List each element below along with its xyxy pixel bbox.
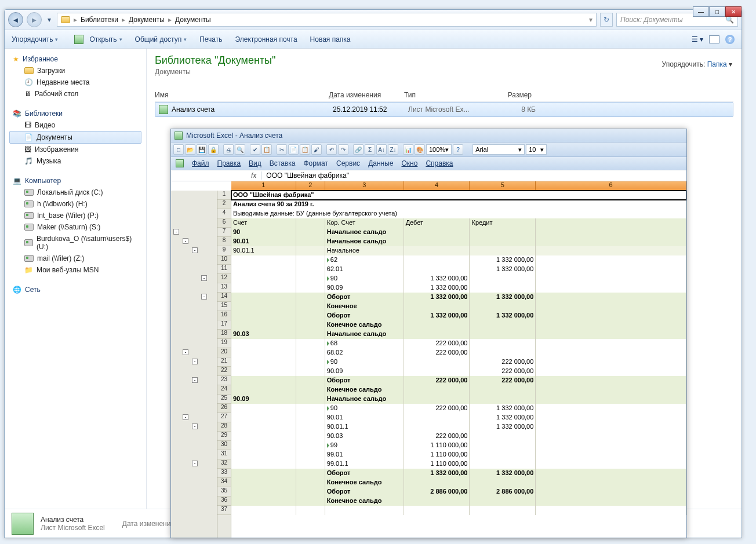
excel-menubar: Файл Правка Вид Вставка Формат Сервис Да…	[171, 157, 686, 170]
nav-drive-p[interactable]: Int_base (\\filer) (P:)	[7, 210, 144, 221]
cells-area[interactable]: ООО "Швейная фабрика"Анализ счета 90 за …	[231, 191, 686, 538]
address-bar: ◄ ► ▾ ▸ Библиотеки▸ Документы▸ Документы…	[5, 10, 742, 30]
col-type[interactable]: Тип	[404, 91, 485, 99]
nav-drive-h[interactable]: h (\\dbwork) (H:)	[7, 198, 144, 210]
nav-drive-s[interactable]: Maker (\\Saturn) (S:)	[7, 221, 144, 233]
col-date[interactable]: Дата изменения	[329, 91, 404, 99]
menu-file[interactable]: Файл	[192, 159, 209, 167]
sortdesc-icon[interactable]: Z↓	[388, 144, 398, 155]
fx-icon[interactable]: fx	[246, 171, 261, 180]
forward-button[interactable]: ►	[27, 12, 42, 27]
redo-icon[interactable]: ↷	[338, 144, 348, 155]
menu-format[interactable]: Формат	[303, 159, 328, 167]
copy-icon[interactable]: 📄	[288, 144, 299, 155]
menu-window[interactable]: Окно	[401, 159, 417, 167]
nav-computer[interactable]: 💻Компьютер	[7, 175, 144, 187]
print-button[interactable]: Печать	[199, 35, 222, 43]
nav-drive-c[interactable]: Локальный диск (C:)	[7, 187, 144, 198]
print-icon[interactable]: 🖨	[223, 144, 234, 155]
maximize-button[interactable]: □	[709, 6, 725, 17]
column-headers[interactable]: Имя Дата изменения Тип Размер	[155, 89, 733, 102]
file-name: Анализ счета	[172, 105, 333, 114]
drive-icon	[24, 200, 34, 207]
excel-title: Microsoft Excel - Анализ счета	[186, 132, 282, 140]
organize-button[interactable]: Упорядочить	[12, 35, 58, 43]
nav-msn[interactable]: 📁Мои веб-узлы MSN	[7, 264, 144, 276]
menu-view[interactable]: Вид	[249, 159, 261, 167]
research-icon[interactable]: 📋	[261, 144, 272, 155]
formatpainter-icon[interactable]: 🖌	[311, 144, 322, 155]
formula-bar: fx ООО "Швейная фабрика"	[171, 170, 686, 181]
file-row[interactable]: Анализ счета 25.12.2019 11:52 Лист Micro…	[155, 102, 733, 117]
history-dropdown[interactable]: ▾	[45, 16, 53, 24]
nav-network[interactable]: 🌐Сеть	[7, 284, 144, 295]
view-button[interactable]: ☰ ▾	[692, 35, 703, 43]
open-icon[interactable]: 📂	[185, 144, 195, 155]
nav-pictures[interactable]: 🖼Изображения	[7, 144, 144, 155]
nav-videos[interactable]: 🎞Видео	[7, 119, 144, 131]
nav-drive-z[interactable]: mail (\\filer) (Z:)	[7, 253, 144, 264]
bc-documents2[interactable]: Документы	[175, 16, 211, 24]
folder-icon	[24, 67, 34, 74]
network-icon: 🌐	[13, 286, 21, 294]
bc-documents[interactable]: Документы	[129, 16, 165, 24]
save-icon[interactable]: 💾	[197, 144, 207, 155]
help2-icon[interactable]: ?	[453, 144, 463, 155]
chart-icon[interactable]: 📊	[403, 144, 413, 155]
music-icon: 🎵	[24, 157, 33, 165]
preview-icon[interactable]: 🔍	[235, 144, 245, 155]
sortasc-icon[interactable]: A↓	[376, 144, 387, 155]
close-button[interactable]: ✕	[725, 6, 742, 17]
paste-icon[interactable]: 📋	[300, 144, 310, 155]
minimize-button[interactable]: —	[693, 6, 709, 17]
column-header-row[interactable]: 1 2 3 4 5 6	[231, 181, 686, 191]
bc-libraries[interactable]: Библиотеки	[81, 16, 118, 24]
fontsize-combo[interactable]: 10▾	[526, 144, 547, 155]
excel-titlebar: Microsoft Excel - Анализ счета	[171, 129, 686, 142]
drive-icon	[24, 189, 34, 196]
outline-pane[interactable]: -----------	[171, 191, 217, 538]
menu-data[interactable]: Данные	[368, 159, 393, 167]
breadcrumb[interactable]: ▸ Библиотеки▸ Документы▸ Документы ▾	[57, 13, 597, 27]
nav-drive-u[interactable]: Burdukova_O (\\saturn\users$) (U:)	[7, 233, 144, 253]
back-button[interactable]: ◄	[8, 12, 23, 27]
nav-downloads[interactable]: Загрузки	[7, 65, 144, 76]
spellcheck-icon[interactable]: ✔	[250, 144, 260, 155]
permissions-icon[interactable]: 🔒	[208, 144, 219, 155]
open-button[interactable]: Открыть	[71, 35, 122, 44]
drawing-icon[interactable]: 🎨	[415, 144, 425, 155]
nav-desktop[interactable]: 🖥Рабочий стол	[7, 88, 144, 100]
menu-insert[interactable]: Вставка	[270, 159, 296, 167]
nav-documents[interactable]: 📄Документы	[9, 131, 141, 144]
font-combo[interactable]: Arial▾	[472, 144, 525, 155]
refresh-button[interactable]: ↻	[600, 13, 613, 27]
nav-music[interactable]: 🎵Музыка	[7, 155, 144, 167]
formula-value[interactable]: ООО "Швейная фабрика"	[261, 171, 354, 180]
col-name[interactable]: Имя	[155, 91, 329, 99]
share-button[interactable]: Общий доступ	[135, 35, 187, 43]
new-icon[interactable]: □	[173, 144, 184, 155]
arrange-by[interactable]: Упорядочить: Папка ▾	[662, 60, 732, 68]
excel-icon	[74, 35, 83, 44]
pictures-icon: 🖼	[24, 145, 31, 154]
menu-edit[interactable]: Правка	[217, 159, 241, 167]
email-button[interactable]: Электронная почта	[235, 35, 297, 43]
cut-icon[interactable]: ✂	[277, 144, 287, 155]
hyperlink-icon[interactable]: 🔗	[353, 144, 364, 155]
autosum-icon[interactable]: Σ	[365, 144, 375, 155]
preview-pane-button[interactable]	[709, 35, 719, 43]
col-size[interactable]: Размер	[485, 91, 532, 99]
menu-help[interactable]: Справка	[426, 159, 453, 167]
zoom-combo[interactable]: 100% ▾	[426, 144, 452, 155]
undo-icon[interactable]: ↶	[326, 144, 337, 155]
video-icon: 🎞	[24, 121, 31, 129]
excel-file-icon[interactable]	[176, 159, 184, 167]
row-header-col[interactable]: 1246789101112131415161718192021222324252…	[217, 191, 231, 538]
nav-libraries[interactable]: 📚Библиотеки	[7, 108, 144, 119]
new-folder-button[interactable]: Новая папка	[310, 35, 351, 43]
excel-toolbar: □ 📂 💾 🔒 🖨 🔍 ✔ 📋 ✂ 📄 📋 🖌 ↶ ↷ 🔗 Σ A↓ Z↓ 📊 …	[171, 142, 686, 157]
help-icon[interactable]: ?	[725, 35, 735, 44]
nav-favorites[interactable]: ★Избранное	[7, 53, 144, 65]
menu-tools[interactable]: Сервис	[336, 159, 360, 167]
nav-recent[interactable]: 🕘Недавние места	[7, 76, 144, 88]
